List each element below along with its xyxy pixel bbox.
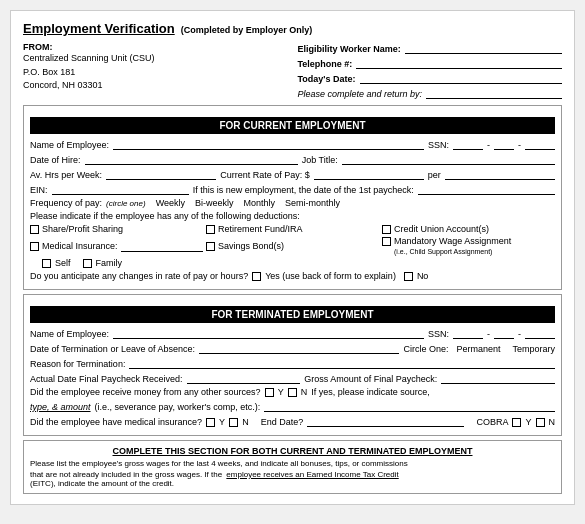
yes-label: Yes (use back of form to explain) [265, 271, 396, 281]
bottom-text2: that are not already included in the gro… [30, 470, 222, 479]
term-name-ssn-row: Name of Employee: SSN: - - [30, 327, 555, 339]
term-other-row: Did the employee receive money from any … [30, 387, 555, 397]
term-name-label: Name of Employee: [30, 329, 109, 339]
current-employment-header: FOR CURRENT EMPLOYMENT [30, 117, 555, 134]
retirement-label: Retirement Fund/IRA [218, 224, 303, 234]
savings-checkbox[interactable] [206, 242, 215, 251]
term-cobra-label: COBRA [476, 417, 508, 427]
term-employee-name-field[interactable] [113, 327, 424, 339]
eligibility-worker-label: Eligibility Worker Name: [298, 44, 401, 54]
term-end-date-label: End Date? [261, 417, 304, 427]
term-cobra-n-label: N [549, 417, 556, 427]
freq-label: Frequency of pay: [30, 198, 102, 208]
credit-union-checkbox[interactable] [382, 225, 391, 234]
mandatory-sub: (i.e., Child Support Assignment) [394, 246, 555, 256]
term-reason-row: Reason for Termination: [30, 357, 555, 369]
self-checkbox[interactable] [42, 259, 51, 268]
header-grid: FROM: Centralized Scanning Unit (CSU) P.… [23, 42, 562, 99]
term-type-label: type, & amount [30, 402, 91, 412]
medical-label: Medical Insurance: [42, 241, 118, 251]
todays-date-label: Today's Date: [298, 74, 356, 84]
ssn-part3[interactable] [525, 138, 555, 150]
circle-one: (circle one) [106, 199, 146, 208]
medical-field[interactable] [121, 240, 203, 252]
term-ssn-part1[interactable] [453, 327, 483, 339]
bottom-text2-emp: employee receives an Earned Income Tax C… [226, 470, 398, 479]
term-end-date-field[interactable] [307, 415, 464, 427]
term-temp-label: Temporary [512, 344, 555, 354]
from-line1: Centralized Scanning Unit (CSU) [23, 52, 288, 66]
family-label: Family [96, 258, 123, 268]
job-title-field[interactable] [342, 153, 555, 165]
no-label: No [417, 271, 429, 281]
term-ssn-part3[interactable] [525, 327, 555, 339]
term-cobra-y-checkbox[interactable] [512, 418, 521, 427]
employee-name-field[interactable] [113, 138, 424, 150]
term-paycheck-field[interactable] [187, 372, 301, 384]
complete-return-field[interactable] [426, 87, 562, 99]
term-cobra-n-checkbox[interactable] [536, 418, 545, 427]
ssn-part1[interactable] [453, 138, 483, 150]
credit-union-label: Credit Union Account(s) [394, 224, 489, 234]
term-ssn-label: SSN: [428, 329, 449, 339]
doh-job-row: Date of Hire: Job Title: [30, 153, 555, 165]
form-title: Employment Verification [23, 21, 175, 36]
av-hrs-label: Av. Hrs per Week: [30, 170, 102, 180]
doh-label: Date of Hire: [30, 155, 81, 165]
retirement-checkbox[interactable] [206, 225, 215, 234]
term-medical-row: Did the employee have medical insurance?… [30, 415, 555, 427]
term-paycheck-label: Actual Date Final Paycheck Received: [30, 374, 183, 384]
complete-return-row: Please complete and return by: [298, 87, 563, 99]
deduction-retirement: Retirement Fund/IRA [206, 224, 379, 234]
bottom-text1: Please list the employee's gross wages f… [30, 459, 555, 468]
deduction-medical: Medical Insurance: [30, 236, 203, 256]
term-gross-field[interactable] [441, 372, 555, 384]
telephone-field[interactable] [356, 57, 562, 69]
term-med-y-checkbox[interactable] [206, 418, 215, 427]
self-label: Self [55, 258, 71, 268]
medical-checkbox[interactable] [30, 242, 39, 251]
first-paycheck-field[interactable] [418, 183, 555, 195]
term-other-y-checkbox[interactable] [265, 388, 274, 397]
term-dot-label: Date of Termination or Leave of Absence: [30, 344, 195, 354]
form-subtitle: (Completed by Employer Only) [181, 25, 313, 35]
term-type-field[interactable] [264, 400, 555, 412]
ein-field[interactable] [52, 183, 189, 195]
ssn-part2[interactable] [494, 138, 514, 150]
current-employment-section: FOR CURRENT EMPLOYMENT Name of Employee:… [23, 105, 562, 290]
term-paycheck-row: Actual Date Final Paycheck Received: Gro… [30, 372, 555, 384]
term-med-y-label: Y [219, 417, 225, 427]
term-circle-label: Circle One: [403, 344, 448, 354]
term-other-n-checkbox[interactable] [288, 388, 297, 397]
doh-field[interactable] [85, 153, 298, 165]
deduction-savings: Savings Bond(s) [206, 236, 379, 256]
from-block: FROM: Centralized Scanning Unit (CSU) P.… [23, 42, 288, 99]
yes-changes-checkbox[interactable] [252, 272, 261, 281]
term-gross-label: Gross Amount of Final Paycheck: [304, 374, 437, 384]
family-checkbox[interactable] [83, 259, 92, 268]
todays-date-field[interactable] [360, 72, 563, 84]
term-cobra-y-label: Y [525, 417, 531, 427]
rate-per: per [428, 170, 441, 180]
no-changes-checkbox[interactable] [404, 272, 413, 281]
ssn-label: SSN: [428, 140, 449, 150]
term-dot-field[interactable] [199, 342, 400, 354]
changes-label: Do you anticipate any changes in rate of… [30, 271, 248, 281]
from-line3: Concord, NH 03301 [23, 79, 288, 93]
rate-per-field[interactable] [445, 168, 555, 180]
share-checkbox[interactable] [30, 225, 39, 234]
av-hrs-field[interactable] [106, 168, 216, 180]
term-ssn-part2[interactable] [494, 327, 514, 339]
term-if-yes: If yes, please indicate source, [311, 387, 430, 397]
mandatory-checkbox[interactable] [382, 237, 391, 246]
terminated-employment-section: FOR TERMINATED EMPLOYMENT Name of Employ… [23, 294, 562, 436]
rate-field[interactable] [314, 168, 424, 180]
self-family-row: Self Family [42, 258, 555, 268]
right-fields: Eligibility Worker Name: Telephone #: To… [298, 42, 563, 99]
term-med-n-checkbox[interactable] [229, 418, 238, 427]
eligibility-worker-field[interactable] [405, 42, 562, 54]
term-reason-field[interactable] [129, 357, 555, 369]
deductions-label-row: Please indicate if the employee has any … [30, 211, 555, 221]
term-perm-label: Permanent [456, 344, 500, 354]
freq-biweekly: Bi-weekly [195, 198, 234, 208]
